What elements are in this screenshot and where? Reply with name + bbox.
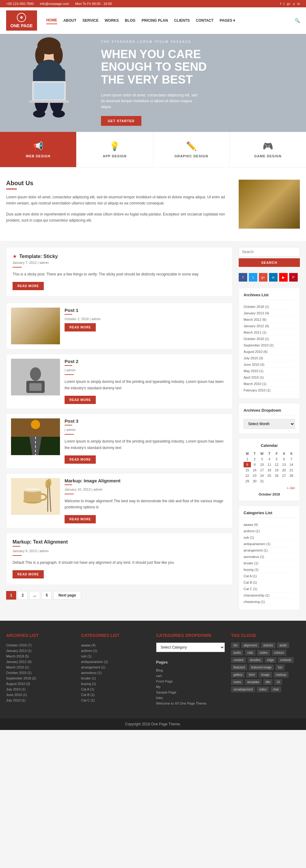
- page-2-button[interactable]: 2: [18, 591, 28, 599]
- post-2-read-more-button[interactable]: READ MORE: [65, 396, 96, 404]
- footer-archive-item[interactable]: January 2013 (1): [6, 648, 75, 653]
- tag-fun[interactable]: fun: [275, 664, 284, 670]
- tag-edge[interactable]: edge: [265, 657, 276, 663]
- social-links-top[interactable]: f t g+ y in: [280, 2, 300, 5]
- tag-content[interactable]: content: [231, 657, 246, 663]
- cal-cell[interactable]: 7: [288, 456, 295, 462]
- footer-archive-item[interactable]: October 2010 (1): [6, 670, 75, 676]
- footer-category-item[interactable]: Cat A (1): [81, 686, 150, 692]
- archive-item[interactable]: March 2011 (1): [244, 329, 295, 336]
- category-item[interactable]: aaaaa (4): [244, 522, 295, 528]
- archive-item[interactable]: October 2010 (1): [244, 336, 295, 342]
- sticky-read-more-button[interactable]: READ MORE: [12, 282, 44, 290]
- archive-item[interactable]: October 2018 (1): [244, 304, 295, 310]
- cal-cell[interactable]: 6: [280, 456, 288, 462]
- footer-archive-item[interactable]: July 2010 (1): [6, 698, 75, 703]
- footer-archive-item[interactable]: March 1010 (1): [6, 664, 75, 670]
- facebook-link-top[interactable]: f: [280, 2, 281, 5]
- archive-item[interactable]: March 2010 (1): [244, 381, 295, 387]
- cal-cell[interactable]: 15: [244, 467, 251, 473]
- archive-item[interactable]: January 2012 (6): [244, 323, 295, 329]
- category-item[interactable]: asmodeus (1): [244, 554, 295, 560]
- full-post-read-more-button[interactable]: READ MORE: [12, 570, 44, 579]
- footer-category-item[interactable]: sub (1): [81, 653, 150, 659]
- category-item[interactable]: arrangement (1): [244, 547, 295, 554]
- service-web-design[interactable]: 📢 WEB DESIGN: [0, 132, 76, 167]
- cal-cell[interactable]: 11: [266, 462, 273, 467]
- category-item[interactable]: aciform (1): [244, 528, 295, 534]
- cal-cell[interactable]: 1: [244, 456, 251, 462]
- tag-notes[interactable]: notes: [231, 679, 243, 685]
- footer-page-item[interactable]: cart: [156, 673, 225, 679]
- footer-page-item[interactable]: My: [156, 684, 225, 689]
- archive-item[interactable]: February 2010 (1): [244, 387, 295, 394]
- footer-category-item[interactable]: Cat B (1): [81, 692, 150, 698]
- footer-page-item[interactable]: Sample Page: [156, 689, 225, 695]
- footer-page-item[interactable]: links: [156, 695, 225, 701]
- footer-category-item[interactable]: buying (1): [81, 681, 150, 686]
- footer-page-item[interactable]: Front Page: [156, 679, 225, 684]
- service-graphic-design[interactable]: ✏️ GRAPHIC DESIGN: [153, 132, 230, 167]
- tag-title[interactable]: title: [263, 679, 273, 685]
- archive-item[interactable]: March 2012 (6): [244, 316, 295, 323]
- search-button[interactable]: SEARCH: [239, 258, 300, 267]
- nav-pricing[interactable]: PRICING PLAN: [142, 17, 168, 24]
- googleplus-link-top[interactable]: g+: [287, 2, 291, 5]
- footer-category-item[interactable]: aciform (1): [81, 648, 150, 653]
- search-input[interactable]: [239, 247, 300, 257]
- footer-category-item[interactable]: Cat C (1): [81, 698, 150, 703]
- service-game-design[interactable]: 🎮 GAME DESIGN: [230, 132, 306, 167]
- footer-archive-item[interactable]: July 2010 (1): [6, 686, 75, 692]
- twitter-social-button[interactable]: t: [249, 273, 257, 282]
- category-item[interactable]: antiquarianism (1): [244, 541, 295, 547]
- archive-item[interactable]: September 2010 (2): [244, 342, 295, 349]
- cal-cell-today[interactable]: 8: [244, 462, 251, 467]
- calendar-next-link[interactable]: » Jan: [287, 486, 295, 490]
- nav-home[interactable]: HOME: [46, 17, 57, 24]
- tag-colours[interactable]: colours: [272, 650, 286, 656]
- facebook-social-button[interactable]: f: [239, 273, 247, 282]
- footer-archive-item[interactable]: September 2018 (2): [6, 676, 75, 681]
- tag-featured[interactable]: featured: [231, 664, 247, 670]
- cal-cell[interactable]: 2: [251, 456, 258, 462]
- logo[interactable]: ⊕ ONE PAGE: [6, 10, 37, 31]
- cal-cell[interactable]: 3: [258, 456, 266, 462]
- footer-category-item[interactable]: antiquarianism (1): [81, 659, 150, 664]
- tag-alignment[interactable]: alignment: [241, 643, 259, 648]
- footer-category-item[interactable]: arrangement (1): [81, 664, 150, 670]
- category-item[interactable]: sub (1): [244, 534, 295, 541]
- cal-cell[interactable]: 17: [258, 467, 266, 473]
- hero-cta-button[interactable]: GET STARTED: [101, 116, 141, 126]
- cal-cell[interactable]: 18: [266, 467, 273, 473]
- post-4-read-more-button[interactable]: READ MORE: [65, 515, 96, 523]
- footer-category-item[interactable]: aaaaa (4): [81, 643, 150, 648]
- nav-works[interactable]: WORKS: [105, 17, 119, 24]
- category-item[interactable]: Cat C (1): [244, 586, 295, 592]
- footer-categories-select[interactable]: Select Category: [156, 643, 225, 652]
- footer-archive-item[interactable]: October 2018 (7): [6, 643, 75, 648]
- footer-archive-item[interactable]: June 2010 (1): [6, 692, 75, 698]
- linkedin-social-button[interactable]: in: [269, 273, 278, 282]
- page-5-button[interactable]: 5: [41, 591, 52, 599]
- archive-item[interactable]: June 2010 (4): [244, 362, 295, 368]
- tag-gallery[interactable]: gallery: [231, 672, 245, 678]
- cal-cell[interactable]: 21: [288, 467, 295, 473]
- tag-list[interactable]: list: [231, 643, 240, 648]
- cal-cell[interactable]: 20: [280, 467, 288, 473]
- archives-select[interactable]: Select Month: [244, 419, 295, 429]
- cal-cell[interactable]: 27: [280, 473, 288, 478]
- tag-template[interactable]: template: [245, 679, 261, 685]
- category-item[interactable]: championship (1): [244, 592, 295, 599]
- nav-pages[interactable]: PAGES ▾: [220, 17, 235, 24]
- tag-video[interactable]: video: [257, 686, 269, 692]
- cal-cell[interactable]: 30: [251, 478, 258, 484]
- post-3-read-more-button[interactable]: READ MORE: [65, 456, 96, 464]
- cal-cell[interactable]: 31: [258, 478, 266, 484]
- twitter-link-top[interactable]: t: [283, 2, 284, 5]
- tag-doodles[interactable]: doodles: [248, 657, 263, 663]
- post-1-read-more-button[interactable]: READ MORE: [65, 323, 96, 332]
- cal-cell[interactable]: 19: [273, 467, 280, 473]
- cal-cell[interactable]: 25: [266, 473, 273, 478]
- cal-cell[interactable]: 29: [244, 478, 251, 484]
- page-ellipsis-button[interactable]: ...: [29, 591, 40, 599]
